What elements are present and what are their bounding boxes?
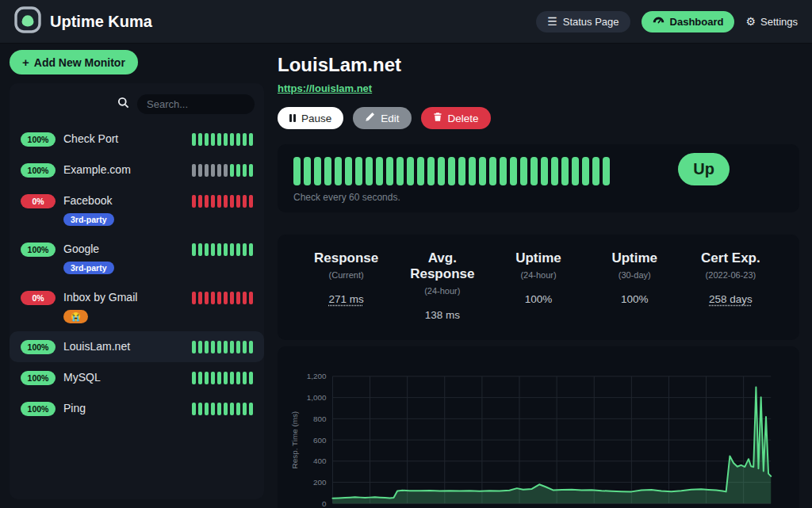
monitor-list: 100%Check Port100%Example.com0%Facebook3…	[10, 124, 264, 424]
heartbeat-tick	[417, 157, 424, 185]
stat-column: Response(Current)271 ms	[298, 250, 394, 321]
monitor-list-item[interactable]: 100%MySQL	[10, 362, 264, 393]
monitor-tag: 3rd-party	[63, 213, 114, 226]
heartbeat-tick	[211, 133, 215, 146]
heartbeat-tick	[236, 292, 240, 304]
monitor-list-item[interactable]: 100%Google3rd-party	[10, 234, 264, 282]
uptime-badge: 0%	[21, 291, 56, 305]
heartbeat-tick	[236, 133, 240, 146]
response-chart: 02004006008001,0001,20016:1316:4317:1317…	[278, 346, 799, 508]
heartbeat-tick	[243, 133, 247, 146]
heartbeat-tick	[217, 403, 221, 415]
monitor-tag: 😭	[63, 310, 88, 323]
search-icon[interactable]	[117, 97, 129, 112]
edit-button[interactable]: Edit	[353, 107, 411, 129]
heartbeat-tick	[304, 157, 311, 185]
heartbeat-tick	[198, 243, 202, 256]
heartbeat-tick	[458, 157, 465, 185]
add-new-monitor-button[interactable]: + Add New Monitor	[10, 50, 138, 74]
stat-value: 271 ms	[298, 293, 394, 305]
stat-label: Uptime	[490, 250, 586, 266]
uptime-badge: 0%	[21, 194, 56, 208]
app-header: Uptime Kuma ☰ Status Page Dashboard ⚙ Se…	[0, 0, 812, 44]
edit-icon	[365, 112, 375, 124]
heartbeat-tick	[198, 164, 202, 177]
status-page-button[interactable]: ☰ Status Page	[536, 11, 630, 32]
monitor-heartbeats	[192, 243, 253, 256]
monitor-list-item[interactable]: 100%Ping	[10, 393, 264, 424]
heartbeat-tick	[224, 133, 228, 146]
edit-label: Edit	[381, 113, 399, 124]
heartbeat-tick	[205, 403, 209, 415]
monitor-list-item[interactable]: 100%LouisLam.net	[10, 331, 264, 362]
stat-value: 100%	[587, 293, 683, 305]
svg-text:800: 800	[313, 414, 327, 423]
heartbeat-tick	[192, 195, 196, 208]
action-buttons: Pause Edit Delete	[278, 107, 799, 129]
stat-label: Response	[298, 250, 394, 266]
response-chart-svg[interactable]: 02004006008001,0001,20016:1316:4317:1317…	[287, 365, 790, 508]
heartbeat-tick	[592, 157, 599, 185]
heartbeat-tick	[211, 292, 215, 304]
monitor-heartbeats	[192, 195, 253, 208]
heartbeat-tick	[249, 292, 253, 304]
search-input[interactable]	[137, 94, 255, 114]
stat-sublabel: (Current)	[298, 270, 394, 280]
heartbeat-tick	[230, 341, 234, 353]
heartbeat-tick	[236, 372, 240, 384]
stat-sublabel: (24-hour)	[490, 270, 586, 280]
svg-text:Resp. Time (ms): Resp. Time (ms)	[290, 411, 299, 469]
heartbeat-tick	[217, 292, 221, 304]
pause-button[interactable]: Pause	[278, 107, 343, 129]
heartbeat-tick	[345, 157, 352, 185]
heartbeat-tick	[551, 157, 558, 185]
delete-button[interactable]: Delete	[421, 107, 491, 129]
heartbeat-tick	[211, 341, 215, 353]
settings-button[interactable]: ⚙ Settings	[745, 16, 798, 28]
stat-value: 258 days	[683, 293, 779, 305]
monitor-list-item[interactable]: 0%Facebook3rd-party	[10, 185, 264, 234]
uptime-badge: 100%	[21, 132, 56, 147]
svg-text:400: 400	[313, 456, 327, 465]
heartbeat-tick	[211, 243, 215, 256]
app-brand[interactable]: Uptime Kuma	[14, 6, 152, 36]
dashboard-button[interactable]: Dashboard	[642, 11, 735, 32]
uptime-badge: 100%	[21, 340, 56, 354]
heartbeat-tick	[249, 403, 253, 415]
heartbeat-tick	[236, 341, 240, 353]
heartbeat-tick	[407, 157, 414, 185]
stat-column: Uptime(30-day)100%	[587, 250, 683, 321]
heartbeat-tick	[224, 195, 228, 208]
heartbeat-tick	[366, 157, 373, 185]
heartbeat-tick	[217, 243, 221, 256]
heartbeat-tick	[205, 292, 209, 304]
uptime-badge: 100%	[21, 163, 56, 178]
heartbeat-tick	[217, 372, 221, 384]
heartbeat-tick	[230, 243, 234, 256]
monitor-list-item[interactable]: 0%Inbox by Gmail😭	[10, 282, 264, 331]
heartbeat-tick	[500, 157, 507, 185]
heartbeat-tick	[561, 157, 569, 185]
heartbeat-tick	[249, 164, 253, 177]
monitor-name: Google	[63, 243, 99, 255]
heartbeat-tick	[205, 133, 209, 146]
monitor-name: LouisLam.net	[63, 340, 130, 353]
heartbeat-tick	[224, 341, 228, 353]
svg-text:200: 200	[313, 478, 327, 487]
monitor-url-link[interactable]: https://louislam.net	[278, 82, 372, 94]
heartbeat-tick	[192, 372, 196, 384]
heartbeat-box: Check every 60 seconds. Up	[278, 144, 799, 212]
heartbeat-tick	[230, 133, 234, 146]
heartbeat-tick	[572, 157, 579, 185]
check-interval-text: Check every 60 seconds.	[293, 192, 783, 203]
heartbeat-tick	[198, 292, 202, 304]
heartbeat-tick	[230, 372, 234, 384]
heartbeat-tick	[224, 403, 228, 415]
heartbeat-tick	[243, 341, 247, 353]
monitor-list-item[interactable]: 100%Example.com	[10, 155, 264, 185]
heartbeat-tick	[582, 157, 589, 185]
heartbeat-tick	[438, 157, 445, 185]
stats-box: Response(Current)271 msAvg. Response(24-…	[278, 235, 799, 340]
monitor-heartbeats	[192, 164, 253, 177]
monitor-list-item[interactable]: 100%Check Port	[10, 124, 264, 155]
